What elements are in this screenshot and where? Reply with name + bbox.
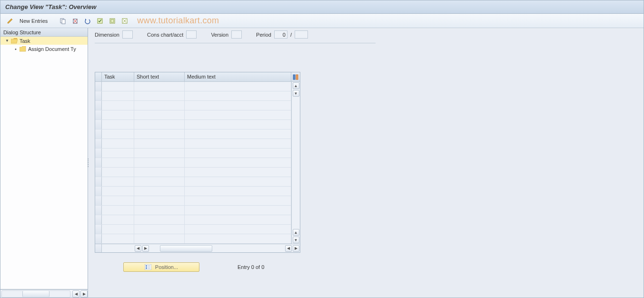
panel-splitter[interactable] [87,153,89,172]
cell-medium[interactable] [185,158,291,167]
cell-medium[interactable] [185,101,291,110]
cell-short[interactable] [134,196,185,205]
cell-task[interactable] [102,110,134,119]
table-vscroll-track[interactable] [293,97,299,228]
row-selector[interactable] [95,206,102,215]
change-icon[interactable] [5,16,15,26]
tree-hscrollbar[interactable]: ◀ ▶ [0,289,88,298]
scroll-right2-icon[interactable]: ▶ [293,245,299,252]
cell-task[interactable] [102,91,134,100]
table-vscrollbar[interactable]: ▲ ▼ ▲ ▼ [291,82,300,244]
tree-scroll-right-icon[interactable]: ▶ [80,290,88,298]
scroll-left2-icon[interactable]: ◀ [285,245,292,252]
cell-medium[interactable] [185,120,291,129]
cell-medium[interactable] [185,110,291,119]
cell-task[interactable] [102,149,134,158]
tree-scroll-left-icon[interactable]: ◀ [72,290,79,298]
deselect-all-icon[interactable] [120,16,129,26]
copy-icon[interactable] [58,16,68,26]
cell-medium[interactable] [185,168,291,177]
cell-short[interactable] [134,187,185,196]
scroll-up2-icon[interactable]: ▲ [293,229,299,236]
period2-input[interactable] [295,30,308,39]
cell-short[interactable] [134,101,185,110]
cell-short[interactable] [134,177,185,186]
cell-short[interactable] [134,120,185,129]
scroll-up-icon[interactable]: ▲ [293,82,299,89]
scroll-down2-icon[interactable]: ▼ [293,237,299,243]
tree-item-assign-doc-type[interactable]: • Assign Document Ty [0,45,88,53]
cell-medium[interactable] [185,234,291,243]
row-selector[interactable] [95,129,102,139]
cell-medium[interactable] [185,196,291,205]
table-hscroll-thumb[interactable] [160,245,212,252]
row-selector[interactable] [95,215,102,224]
cell-task[interactable] [102,215,134,224]
delete-icon[interactable] [70,16,80,26]
cell-short[interactable] [134,215,185,224]
scroll-right-icon[interactable]: ▶ [142,245,149,252]
cell-task[interactable] [102,158,134,167]
col-header-task[interactable]: Task [102,72,134,81]
cell-medium[interactable] [185,129,291,139]
cell-short[interactable] [134,91,185,100]
row-selector[interactable] [95,149,102,158]
col-header-short-text[interactable]: Short text [134,72,185,81]
cell-short[interactable] [134,82,185,91]
cell-task[interactable] [102,187,134,196]
table-hscrollbar[interactable]: ◀ ▶ ◀ ▶ [95,244,300,252]
version-input[interactable] [231,30,242,39]
row-selector[interactable] [95,91,102,100]
tree-hscroll-track[interactable] [1,290,70,298]
cell-short[interactable] [134,206,185,215]
expand-arrow-icon[interactable]: ▼ [5,39,9,43]
cell-short[interactable] [134,129,185,139]
scroll-down-icon[interactable]: ▼ [293,90,299,97]
cell-task[interactable] [102,234,134,243]
cons-chart-input[interactable] [186,30,197,39]
table-hscroll-track[interactable] [150,245,284,252]
cell-medium[interactable] [185,91,291,100]
cell-task[interactable] [102,129,134,139]
table-config-icon[interactable] [291,72,300,81]
period-input[interactable] [274,30,287,39]
cell-task[interactable] [102,196,134,205]
row-selector[interactable] [95,187,102,196]
scroll-left-icon[interactable]: ◀ [135,245,141,252]
undo-icon[interactable] [83,16,92,26]
cell-task[interactable] [102,168,134,177]
new-entries-button[interactable]: New Entries [18,16,50,26]
cell-medium[interactable] [185,149,291,158]
row-selector[interactable] [95,120,102,129]
cell-medium[interactable] [185,82,291,91]
row-selector[interactable] [95,139,102,148]
cell-task[interactable] [102,101,134,110]
row-selector[interactable] [95,101,102,110]
cell-task[interactable] [102,177,134,186]
cell-task[interactable] [102,225,134,234]
row-selector[interactable] [95,110,102,119]
row-selector[interactable] [95,168,102,177]
row-selector[interactable] [95,196,102,205]
cell-medium[interactable] [185,225,291,234]
cell-medium[interactable] [185,177,291,186]
cell-short[interactable] [134,158,185,167]
cell-medium[interactable] [185,187,291,196]
row-selector[interactable] [95,82,102,91]
cell-task[interactable] [102,206,134,215]
cell-short[interactable] [134,234,185,243]
dimension-input[interactable] [122,30,133,39]
select-all-icon[interactable] [95,16,105,26]
cell-medium[interactable] [185,215,291,224]
select-block-icon[interactable] [108,16,117,26]
cell-short[interactable] [134,168,185,177]
row-selector[interactable] [95,234,102,243]
tree-item-task[interactable]: ▼ Task [0,37,88,45]
cell-short[interactable] [134,149,185,158]
cell-short[interactable] [134,110,185,119]
cell-short[interactable] [134,225,185,234]
cell-task[interactable] [102,82,134,91]
row-selector[interactable] [95,225,102,234]
cell-short[interactable] [134,139,185,148]
position-button[interactable]: Position... [123,262,199,272]
